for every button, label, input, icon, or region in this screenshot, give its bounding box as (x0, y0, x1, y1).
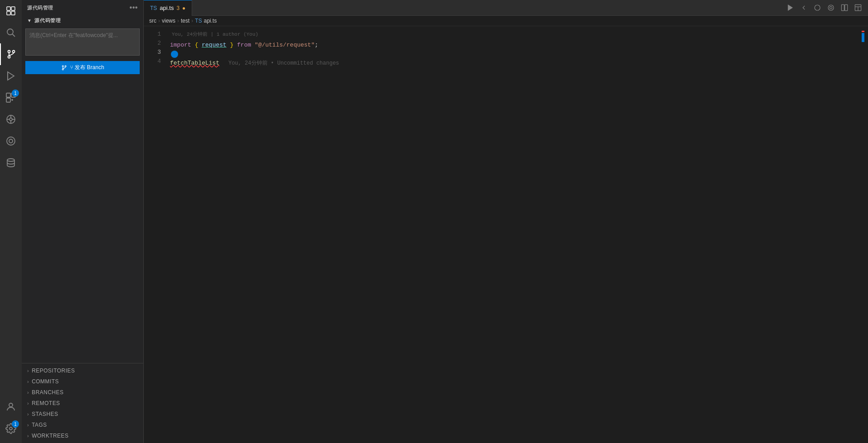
section-label: 源代码管理 (34, 17, 61, 24)
database-icon[interactable] (0, 152, 22, 174)
svg-marker-9 (8, 72, 14, 80)
line-numbers: 1 2 3 4 (144, 26, 166, 443)
stashes-label: STASHES (32, 411, 58, 417)
split-button[interactable] (838, 1, 851, 14)
breadcrumb-sep-1: › (158, 18, 160, 24)
sidebar-item-stashes[interactable]: › STASHES (22, 409, 143, 419)
chevron-icon: › (27, 433, 29, 438)
code-area[interactable]: You, 24分钟前 | 1 author (You) import { req… (166, 26, 868, 443)
sidebar-item-commits[interactable]: › COMMITS (22, 376, 143, 387)
search-icon[interactable] (0, 22, 22, 43)
svg-point-15 (9, 118, 12, 121)
svg-rect-13 (6, 98, 10, 102)
tab-lang-label: TS (150, 5, 157, 11)
sidebar-header-actions: ••• (130, 4, 138, 12)
svg-rect-32 (841, 5, 844, 10)
svg-point-27 (62, 69, 63, 70)
editor-overview-ruler (862, 26, 864, 443)
activity-bar-top: 1 (0, 0, 22, 396)
sidebar-item-tags[interactable]: › TAGS (22, 419, 143, 430)
error-indicator (862, 31, 864, 32)
svg-line-5 (13, 34, 15, 37)
breadcrumb: src › views › test › TS api.ts (144, 16, 868, 26)
sidebar-item-branches[interactable]: › BRANCHES (22, 387, 143, 398)
svg-point-20 (7, 137, 15, 145)
account-icon[interactable] (0, 396, 22, 418)
line-number-3: 3 (144, 48, 166, 57)
circle-button[interactable] (811, 1, 824, 14)
source-control-icon[interactable] (0, 43, 22, 65)
breadcrumb-sep-3: › (191, 18, 193, 24)
breadcrumb-views[interactable]: views (162, 18, 175, 24)
breadcrumb-file[interactable]: api.ts (204, 18, 217, 24)
code-line-3: fetchTableList You, 24分钟前 • Uncommitted … (170, 59, 868, 68)
chevron-icon: › (27, 422, 29, 428)
settings-icon[interactable]: 1 (0, 418, 22, 439)
sidebar-item-worktrees[interactable]: › WORKTREES (22, 430, 143, 441)
svg-marker-28 (788, 5, 792, 10)
line-3-annotation: You, 24分钟前 • Uncommitted changes (228, 59, 339, 68)
string-literal: "@/utils/request" (255, 41, 315, 50)
sidebar-item-repositories[interactable]: › REPOSITORIES (22, 365, 143, 376)
run-button[interactable] (784, 1, 797, 14)
chevron-icon: › (27, 411, 29, 417)
circle-button-2[interactable] (825, 1, 837, 14)
fetch-table-list: fetchTableList (170, 59, 219, 68)
layout-button[interactable] (852, 1, 864, 14)
commit-message-input[interactable] (25, 28, 140, 56)
chevron-icon: › (27, 401, 29, 406)
chevron-icon: › (27, 390, 29, 395)
back-button[interactable] (797, 1, 810, 14)
breadcrumb-src[interactable]: src (149, 18, 156, 24)
blame-info: You, 24分钟前 | 1 author (You) (170, 30, 868, 41)
sidebar-section-title[interactable]: ▼ 源代码管理 (22, 15, 143, 26)
svg-rect-11 (6, 93, 10, 97)
tab-api-ts[interactable]: TS api.ts 3 ● (144, 0, 192, 16)
svg-point-24 (9, 427, 12, 430)
breadcrumb-test[interactable]: test (181, 18, 189, 24)
svg-point-8 (8, 56, 10, 58)
svg-point-25 (62, 66, 63, 67)
publish-branch-label: ⑂ 发布 Branch (70, 64, 104, 71)
selection-indicator (862, 33, 864, 42)
svg-point-22 (7, 159, 14, 161)
collapse-icon: ▼ (27, 18, 32, 23)
tags-label: TAGS (32, 422, 47, 428)
extensions-badge: 1 (12, 90, 19, 97)
svg-point-23 (9, 403, 13, 407)
commits-label: COMMITS (32, 378, 59, 385)
svg-point-21 (9, 139, 13, 143)
gitlens-icon[interactable] (0, 130, 22, 152)
svg-rect-0 (7, 7, 10, 10)
tab-dirty-indicator: 3 (176, 5, 179, 11)
line-number-1: 1 (144, 30, 166, 39)
breadcrumb-ts-icon: TS (195, 18, 202, 24)
activity-bar: 1 (0, 0, 22, 443)
svg-rect-3 (11, 11, 15, 15)
settings-badge: 1 (12, 420, 19, 428)
sidebar-item-remotes[interactable]: › REMOTES (22, 398, 143, 409)
extensions-icon[interactable]: 1 (0, 87, 22, 108)
svg-point-30 (828, 5, 834, 10)
breadcrumb-sep-2: › (177, 18, 179, 24)
editor-content: 1 2 3 4 You, 24分钟前 | 1 author (You) impo… (144, 26, 868, 443)
sidebar-content (22, 77, 143, 363)
svg-point-26 (65, 66, 66, 67)
branches-label: BRANCHES (32, 389, 64, 396)
bottom-sections: › REPOSITORIES › COMMITS › BRANCHES › RE… (22, 363, 143, 443)
svg-rect-1 (11, 7, 15, 10)
sidebar-more-button[interactable]: ••• (130, 4, 138, 12)
activity-bar-bottom: 1 (0, 396, 22, 443)
line-number-4: 4 (144, 57, 166, 66)
main-area: TS api.ts 3 ● (144, 0, 868, 443)
code-line-1: import { request } from "@/utils/request… (170, 41, 868, 50)
svg-point-4 (7, 29, 13, 35)
blame-text: You, 24分钟前 | 1 author (You) (172, 32, 258, 37)
tab-bar-actions (784, 1, 868, 14)
sidebar-header: 源代码管理 ••• (22, 0, 143, 15)
line-number-2: 2 (144, 39, 166, 48)
explorer-icon[interactable] (0, 0, 22, 22)
run-debug-icon[interactable] (0, 65, 22, 87)
publish-branch-button[interactable]: ⑂ 发布 Branch (25, 61, 140, 74)
remote-icon[interactable] (0, 108, 22, 130)
